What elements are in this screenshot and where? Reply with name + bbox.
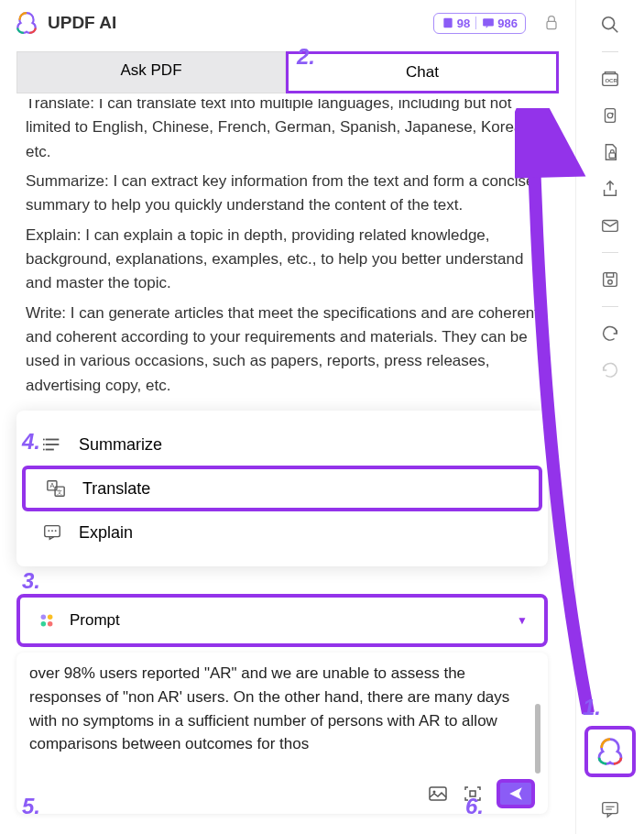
- svg-point-17: [41, 615, 47, 620]
- svg-rect-29: [609, 153, 615, 159]
- translate-icon: A文: [46, 478, 66, 499]
- svg-rect-2: [547, 21, 556, 28]
- svg-rect-28: [606, 109, 616, 123]
- apps-icon: [37, 610, 57, 631]
- input-actions: [29, 775, 535, 808]
- menu-translate[interactable]: A文 Translate: [22, 466, 542, 511]
- app-title: UPDF AI: [48, 13, 424, 33]
- mail-icon[interactable]: [598, 214, 622, 237]
- svg-rect-0: [443, 18, 452, 28]
- svg-point-22: [433, 791, 436, 794]
- content-translate: Translate: I can translate text into mul…: [26, 99, 550, 164]
- content-explain: Explain: I can explain a topic in depth,…: [26, 224, 550, 296]
- lock-icon[interactable]: [542, 14, 561, 32]
- svg-point-14: [48, 530, 49, 532]
- updf-ai-button[interactable]: [584, 726, 636, 777]
- menu-summarize[interactable]: Summarize: [16, 423, 548, 466]
- svg-point-19: [41, 621, 47, 627]
- undo-icon[interactable]: [598, 322, 622, 346]
- svg-point-24: [603, 17, 615, 29]
- search-icon[interactable]: [598, 13, 622, 37]
- content-summarize: Summarize: I can extract key information…: [26, 170, 550, 218]
- svg-line-25: [613, 27, 618, 33]
- svg-point-15: [51, 530, 53, 532]
- svg-rect-32: [606, 273, 613, 278]
- explain-icon: [42, 522, 62, 543]
- ocr-icon[interactable]: OCR: [598, 67, 622, 91]
- tab-ask-pdf[interactable]: Ask PDF: [16, 51, 286, 93]
- svg-rect-23: [470, 791, 475, 796]
- svg-point-33: [608, 280, 613, 284]
- redo-icon[interactable]: [598, 358, 622, 382]
- updf-logo-icon: [15, 11, 38, 35]
- header: UPDF AI 98 986: [0, 0, 575, 42]
- svg-rect-21: [430, 787, 446, 800]
- chevron-down-icon: ▼: [517, 614, 528, 627]
- send-icon: [508, 785, 524, 802]
- list-icon: [42, 434, 62, 455]
- svg-text:文: 文: [57, 488, 62, 495]
- prompt-menu: Summarize A文 Translate Explain: [16, 411, 548, 566]
- share-icon[interactable]: [598, 177, 622, 201]
- page-lock-icon[interactable]: [598, 140, 622, 164]
- updf-logo-icon: [595, 737, 625, 766]
- save-icon[interactable]: [598, 268, 622, 291]
- svg-text:OCR: OCR: [606, 78, 618, 83]
- svg-rect-34: [603, 803, 618, 814]
- badge-messages: 986: [482, 16, 518, 30]
- page-icon: [442, 16, 454, 29]
- input-area: over 98% users reported "AR" and we are …: [16, 653, 548, 814]
- screenshot-icon[interactable]: [462, 783, 484, 805]
- chat-icon: [482, 16, 495, 29]
- message-input[interactable]: over 98% users reported "AR" and we are …: [29, 662, 535, 775]
- svg-point-6: [43, 439, 45, 441]
- svg-text:A: A: [50, 481, 55, 489]
- credit-badges[interactable]: 98 986: [433, 13, 526, 34]
- page-rotate-icon[interactable]: [598, 104, 622, 127]
- svg-point-20: [48, 621, 52, 627]
- svg-point-8: [43, 449, 45, 451]
- image-icon[interactable]: [427, 783, 449, 805]
- svg-point-16: [55, 530, 57, 532]
- svg-rect-1: [483, 18, 494, 26]
- mode-tabs: Ask PDF Chat: [16, 51, 559, 93]
- menu-explain[interactable]: Explain: [16, 511, 548, 554]
- send-button[interactable]: [497, 779, 535, 808]
- scrollbar[interactable]: [535, 704, 540, 774]
- prompt-selector[interactable]: Prompt ▼: [16, 594, 548, 647]
- svg-point-7: [43, 444, 45, 445]
- svg-point-18: [48, 615, 52, 620]
- badge-pages: 98: [442, 16, 470, 30]
- prompt-label: Prompt: [70, 611, 504, 630]
- right-sidebar: OCR: [575, 0, 644, 834]
- content-write: Write: I can generate articles that meet…: [26, 302, 550, 398]
- comment-icon[interactable]: [598, 797, 622, 821]
- tab-chat[interactable]: Chat: [286, 51, 559, 93]
